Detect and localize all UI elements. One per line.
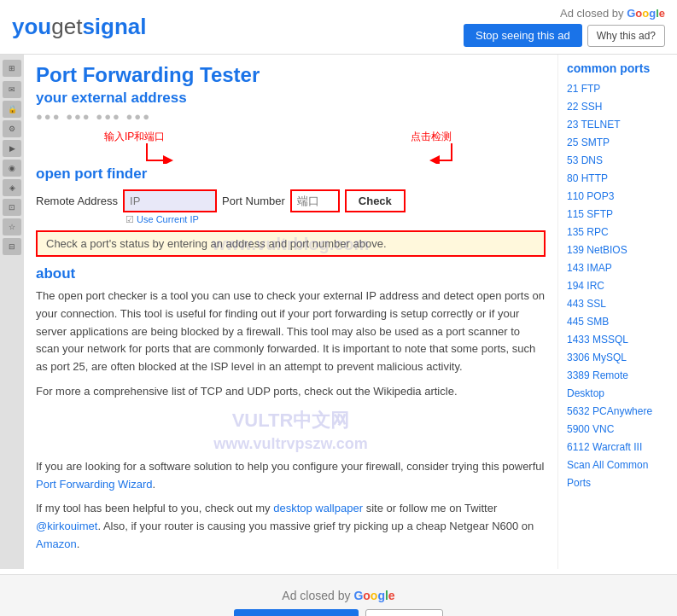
- remote-address-label: Remote Address: [36, 195, 118, 207]
- port-link[interactable]: 25 SMTP: [567, 134, 668, 152]
- desktop-wallpaper-link[interactable]: desktop wallpaper: [273, 502, 363, 514]
- status-text: Check a port's status by entering an add…: [46, 237, 387, 250]
- port-link[interactable]: 115 SFTP: [567, 206, 668, 224]
- ad-closed-top-label: Ad closed by Google: [560, 7, 665, 20]
- ip-input[interactable]: [123, 189, 217, 212]
- sidebar-icon-lock[interactable]: 🔒: [3, 101, 21, 118]
- sidebar-icon-home[interactable]: ⊞: [3, 60, 21, 77]
- sidebar-icon-minus[interactable]: ⊟: [3, 238, 21, 255]
- main-content: Port Forwarding Tester your external add…: [24, 55, 557, 569]
- port-link[interactable]: 22 SSH: [567, 98, 668, 116]
- page-title: Port Forwarding Tester: [36, 63, 546, 87]
- sidebar-icon-mail[interactable]: ✉: [3, 81, 21, 98]
- port-link[interactable]: Scan All Common Ports: [567, 456, 668, 492]
- left-sidebar: ⊞ ✉ 🔒 ⚙ ▶ ◉ ◈ ⊡ ☆ ⊟: [0, 55, 24, 569]
- port-link[interactable]: 53 DNS: [567, 152, 668, 170]
- sidebar-icon-grid[interactable]: ◈: [3, 179, 21, 196]
- arrow-right-svg: [409, 142, 477, 164]
- open-port-label: open port finder: [36, 166, 546, 183]
- port-link[interactable]: 5900 VNC: [567, 421, 668, 439]
- bottom-ad-area: Ad closed by Google Stop seeing this ad …: [0, 574, 677, 616]
- logo-get: get: [51, 14, 82, 39]
- twitter-link[interactable]: @kirkouimet: [36, 520, 97, 532]
- port-forwarding-wizard-link[interactable]: Port Forwarding Wizard: [36, 478, 153, 491]
- check-button[interactable]: Check: [345, 189, 406, 212]
- use-current-ip-link[interactable]: Use Current IP: [137, 214, 199, 224]
- sidebar-icon-gear[interactable]: ⚙: [3, 120, 21, 137]
- watermark-3: www.vultrvpszw.com: [36, 435, 546, 453]
- port-link[interactable]: 135 RPC: [567, 224, 668, 241]
- stop-seeing-ad-button-top[interactable]: Stop seeing this ad: [464, 24, 582, 47]
- about-paragraph-3: If you are looking for a software soluti…: [36, 458, 546, 494]
- header-ad-area: Ad closed by Google Stop seeing this ad …: [464, 7, 665, 47]
- about-paragraph-4: If my tool has been helpful to you, chec…: [36, 500, 546, 553]
- port-link[interactable]: 143 IMAP: [567, 259, 668, 277]
- about-paragraph-2: For more a comprehensive list of TCP and…: [36, 383, 546, 401]
- port-link[interactable]: 5632 PCAnywhere: [567, 403, 668, 421]
- external-address-label: your external address: [36, 90, 546, 107]
- stop-seeing-ad-button-bottom[interactable]: Stop seeing this ad: [234, 609, 359, 616]
- port-link[interactable]: 1433 MSSQL: [567, 331, 668, 349]
- arrow-left-svg: [121, 142, 190, 164]
- port-link[interactable]: 139 NetBIOS: [567, 241, 668, 259]
- amazon-link[interactable]: Amazon: [36, 538, 77, 550]
- about-paragraph-1: The open port checker is a tool you can …: [36, 288, 546, 376]
- common-ports-title: common ports: [567, 61, 668, 75]
- ports-list: 21 FTP22 SSH23 TELNET25 SMTP53 DNS80 HTT…: [567, 80, 668, 492]
- about-title: about: [36, 265, 546, 282]
- watermark-2: VULTR中文网: [36, 408, 546, 433]
- port-link[interactable]: 443 SSL: [567, 295, 668, 313]
- port-form: Remote Address Port Number Check: [36, 189, 546, 212]
- sidebar-icon-star[interactable]: ☆: [3, 218, 21, 235]
- header: yougetsignal Ad closed by Google Stop se…: [0, 0, 677, 55]
- port-number-label: Port Number: [222, 195, 285, 207]
- sidebar-icon-dot[interactable]: ◉: [3, 160, 21, 177]
- use-current-ip-row: ☑ Use Current IP: [36, 214, 546, 225]
- port-input[interactable]: [290, 189, 340, 212]
- port-link[interactable]: 110 POP3: [567, 188, 668, 206]
- port-link[interactable]: 6112 Warcraft III: [567, 439, 668, 456]
- status-box: Check a port's status by entering an add…: [36, 230, 546, 257]
- logo-signal: signal: [82, 14, 146, 39]
- ip-display: ●●● ●●● ●●● ●●●: [36, 110, 546, 123]
- right-sidebar: common ports 21 FTP22 SSH23 TELNET25 SMT…: [557, 55, 677, 569]
- logo-you: you: [12, 14, 51, 39]
- sidebar-icon-box[interactable]: ⊡: [3, 199, 21, 216]
- why-this-ad-button-bottom[interactable]: Why this ad?: [365, 609, 443, 616]
- port-link[interactable]: 3306 MySQL: [567, 349, 668, 367]
- why-this-ad-button-top[interactable]: Why this ad?: [587, 25, 665, 47]
- port-link[interactable]: 23 TELNET: [567, 116, 668, 134]
- sidebar-icon-play[interactable]: ▶: [3, 140, 21, 157]
- port-link[interactable]: 21 FTP: [567, 80, 668, 98]
- port-link[interactable]: 3389 Remote Desktop: [567, 367, 668, 403]
- port-link[interactable]: 80 HTTP: [567, 170, 668, 188]
- bottom-ad-closed-label: Ad closed by Google: [14, 589, 663, 602]
- logo: yougetsignal: [12, 14, 147, 40]
- port-link[interactable]: 445 SMB: [567, 313, 668, 331]
- port-link[interactable]: 194 IRC: [567, 277, 668, 295]
